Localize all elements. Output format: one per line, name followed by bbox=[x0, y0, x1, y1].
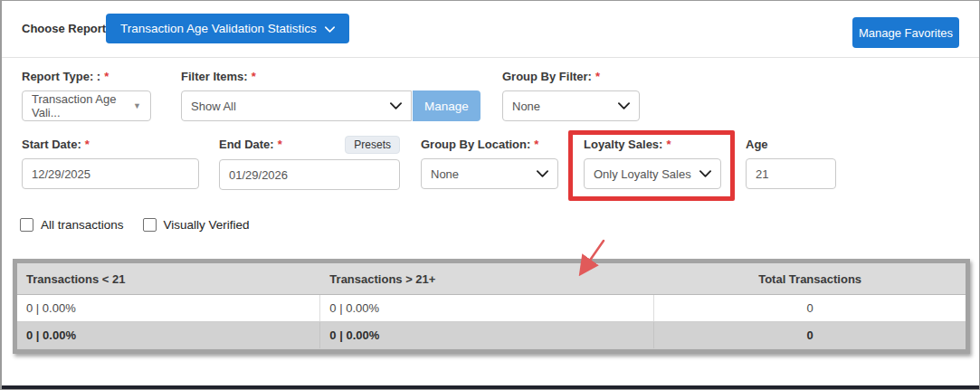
all-transactions-checkbox[interactable]: All transactions bbox=[20, 218, 124, 232]
table-cell: 0 | 0.00% bbox=[320, 295, 654, 321]
choose-report-label: Choose Report bbox=[22, 22, 106, 35]
start-date-label: Start Date: * bbox=[22, 138, 199, 152]
manage-favorites-button[interactable]: Manage Favorites bbox=[852, 17, 959, 48]
end-date-field: End Date: * Presets bbox=[219, 136, 400, 190]
table-cell: 0 | 0.00% bbox=[17, 322, 320, 348]
loyalty-sales-field: Loyalty Sales: * Only Loyalty Sales bbox=[584, 138, 721, 189]
required-asterisk: * bbox=[534, 138, 538, 152]
chevron-down-icon bbox=[390, 102, 402, 109]
table-cell: 0 | 0.00% bbox=[17, 295, 320, 321]
report-type-value: Transaction Age Vali... bbox=[32, 92, 128, 119]
chevron-down-icon bbox=[699, 170, 711, 177]
age-label: Age bbox=[746, 138, 836, 152]
age-input[interactable] bbox=[746, 158, 836, 189]
group-by-filter-field: Group By Filter: * None bbox=[502, 70, 640, 121]
all-transactions-label: All transactions bbox=[41, 218, 124, 232]
age-field: Age bbox=[746, 138, 836, 189]
start-date-field: Start Date: * bbox=[22, 138, 199, 189]
required-asterisk: * bbox=[252, 70, 256, 84]
header-divider bbox=[2, 57, 979, 58]
loyalty-sales-label: Loyalty Sales: * bbox=[584, 138, 721, 152]
report-selector-label: Transaction Age Validation Statistics bbox=[120, 22, 317, 35]
required-asterisk: * bbox=[595, 70, 600, 84]
table-row: 0 | 0.00% 0 | 0.00% 0 bbox=[17, 295, 966, 322]
checkbox-row: All transactions Visually Verified bbox=[20, 218, 250, 232]
visually-verified-checkbox[interactable]: Visually Verified bbox=[143, 218, 250, 232]
report-window: Choose Report Transaction Age Validation… bbox=[0, 0, 980, 390]
visually-verified-label: Visually Verified bbox=[164, 218, 250, 232]
caret-down-icon: ▼ bbox=[133, 101, 141, 110]
required-asterisk: * bbox=[666, 138, 671, 152]
group-by-location-select[interactable]: None bbox=[421, 158, 558, 189]
filter-items-value: Show All bbox=[191, 100, 236, 113]
chevron-down-icon bbox=[537, 170, 548, 177]
group-by-location-value: None bbox=[431, 167, 459, 181]
table-cell: 0 | 0.00% bbox=[320, 322, 654, 348]
loyalty-sales-value: Only Loyalty Sales bbox=[594, 167, 691, 181]
checkbox-icon bbox=[20, 218, 33, 232]
start-date-input[interactable] bbox=[22, 158, 199, 189]
filter-items-label: Filter Items: * bbox=[181, 70, 480, 84]
table-header-total-transactions: Total Transactions bbox=[654, 263, 966, 294]
manage-filters-button[interactable]: Manage bbox=[413, 90, 480, 121]
group-by-filter-label: Group By Filter: * bbox=[502, 70, 640, 84]
end-date-label: End Date: * bbox=[219, 138, 282, 152]
window-bottom-border bbox=[2, 385, 979, 389]
report-type-field: Report Type: : * Transaction Age Vali...… bbox=[22, 70, 151, 121]
report-selector-dropdown[interactable]: Transaction Age Validation Statistics bbox=[106, 14, 349, 43]
group-by-location-label: Group By Location: * bbox=[421, 138, 558, 152]
presets-button[interactable]: Presets bbox=[345, 136, 400, 154]
checkbox-icon bbox=[143, 218, 157, 232]
chevron-down-icon bbox=[618, 102, 630, 109]
results-table: Transactions < 21 Transactions > 21+ Tot… bbox=[13, 259, 970, 354]
table-header-transactions-over-21: Transactions > 21+ bbox=[320, 263, 654, 294]
table-header-row: Transactions < 21 Transactions > 21+ Tot… bbox=[17, 263, 966, 295]
table-cell: 0 bbox=[654, 295, 966, 321]
required-asterisk: * bbox=[278, 138, 282, 152]
table-header-transactions-under-21: Transactions < 21 bbox=[17, 263, 320, 294]
table-cell: 0 bbox=[654, 322, 966, 348]
filter-items-field: Filter Items: * Show All Manage bbox=[181, 70, 480, 121]
group-by-filter-select[interactable]: None bbox=[502, 90, 640, 121]
group-by-filter-value: None bbox=[512, 100, 540, 113]
chevron-down-icon bbox=[325, 26, 335, 33]
report-type-select[interactable]: Transaction Age Vali... ▼ bbox=[22, 90, 151, 121]
required-asterisk: * bbox=[104, 70, 109, 84]
filter-items-select[interactable]: Show All bbox=[181, 90, 412, 121]
report-type-label: Report Type: : * bbox=[22, 70, 151, 84]
table-total-row: 0 | 0.00% 0 | 0.00% 0 bbox=[17, 322, 966, 349]
required-asterisk: * bbox=[85, 138, 90, 152]
group-by-location-field: Group By Location: * None bbox=[421, 138, 558, 189]
loyalty-sales-select[interactable]: Only Loyalty Sales bbox=[584, 158, 721, 189]
end-date-input[interactable] bbox=[219, 159, 400, 190]
